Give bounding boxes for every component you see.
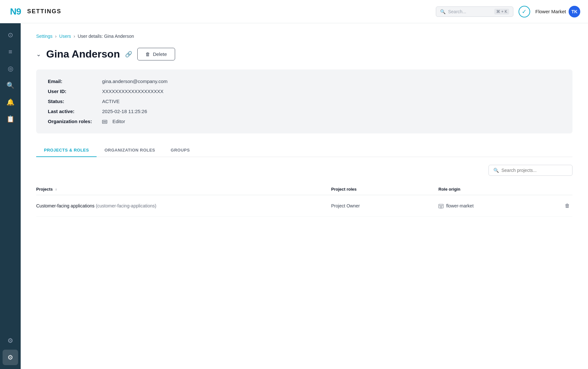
project-role-value: Project Owner — [331, 203, 360, 208]
global-search[interactable]: 🔍 Search... ⌘ + K — [436, 6, 513, 17]
search-shortcut: ⌘ + K — [494, 9, 509, 15]
gear-icon: ⚙ — [7, 337, 13, 344]
breadcrumb-settings[interactable]: Settings — [36, 34, 53, 39]
col-header-project-roles: Project roles — [331, 184, 438, 195]
email-row: Email: gina.anderson@company.com — [48, 79, 561, 84]
delete-label: Delete — [153, 51, 167, 57]
tabs: PROJECTS & ROLES ORGANIZATION ROLES GROU… — [36, 144, 572, 157]
row-action-cell: 🗑 — [546, 195, 572, 217]
search-placeholder-text: Search... — [448, 9, 492, 14]
trash-icon: 🗑 — [145, 51, 150, 57]
list-icon: ≡ — [8, 48, 12, 56]
project-name-cell: Customer-facing applications (customer-f… — [36, 195, 331, 217]
svg-rect-0 — [102, 120, 107, 123]
svg-rect-1 — [103, 121, 104, 122]
analytics-icon: ◎ — [8, 65, 13, 72]
search-icon: 🔍 — [440, 9, 446, 14]
main-content: Settings › Users › User details: Gina An… — [21, 23, 588, 369]
main-layout: ⊙ ≡ ◎ 🔍 🔔 📋 ⚙ ⚙ Settings › Users — [0, 23, 588, 369]
breadcrumb: Settings › Users › User details: Gina An… — [36, 34, 572, 39]
table-row: Customer-facing applications (customer-f… — [36, 195, 572, 217]
svg-rect-3 — [439, 204, 443, 208]
building-icon — [438, 203, 444, 208]
last-active-label: Last active: — [48, 109, 100, 114]
table-toolbar: 🔍 — [36, 165, 572, 176]
org-roles-row: Organization roles: Editor — [48, 119, 561, 124]
bell-icon: 🔔 — [6, 98, 15, 106]
svg-rect-5 — [442, 205, 443, 206]
last-active-value: 2025-02-18 11:25:26 — [102, 109, 147, 114]
search-icon-sidebar: 🔍 — [6, 81, 15, 89]
breadcrumb-sep-1: › — [55, 34, 57, 39]
tab-groups[interactable]: GROUPS — [163, 144, 197, 157]
email-value: gina.anderson@company.com — [102, 79, 168, 84]
svg-rect-4 — [440, 205, 441, 206]
user-id-label: User ID: — [48, 89, 100, 94]
project-search-icon: 🔍 — [493, 168, 499, 173]
project-search-input[interactable] — [501, 168, 568, 173]
sidebar-item-settings[interactable]: ⚙ — [3, 333, 18, 348]
org-role-icon — [102, 119, 109, 124]
app-title: SETTINGS — [27, 8, 61, 15]
status-check-icon[interactable]: ✓ — [519, 6, 530, 17]
tab-projects-roles[interactable]: PROJECTS & ROLES — [36, 144, 97, 157]
logo: N9 SETTINGS — [8, 4, 61, 19]
top-header: N9 SETTINGS 🔍 Search... ⌘ + K ✓ Flower M… — [0, 0, 588, 23]
logo-n: N — [10, 6, 16, 16]
user-info-card: Email: gina.anderson@company.com User ID… — [36, 69, 572, 133]
page-title: Gina Anderson — [46, 48, 120, 60]
email-label: Email: — [48, 79, 100, 84]
sidebar-item-documents[interactable]: 📋 — [3, 111, 18, 127]
logo-9: 9 — [16, 6, 21, 16]
document-icon: 📋 — [6, 115, 15, 123]
project-search[interactable]: 🔍 — [488, 165, 572, 176]
sidebar: ⊙ ≡ ◎ 🔍 🔔 📋 ⚙ ⚙ — [0, 23, 21, 369]
col-header-role-origin: Role origin — [438, 184, 546, 195]
gear-alt-icon: ⚙ — [7, 353, 13, 361]
org-roles-label: Organization roles: — [48, 119, 100, 124]
role-origin-value: flower-market — [446, 203, 474, 208]
last-active-row: Last active: 2025-02-18 11:25:26 — [48, 109, 561, 114]
org-roles-value: Editor — [112, 119, 125, 124]
org-selector[interactable]: Flower Market TK — [535, 6, 580, 17]
org-name: Flower Market — [535, 9, 566, 14]
sidebar-item-analytics[interactable]: ◎ — [3, 61, 18, 76]
tab-org-roles[interactable]: ORGANIZATION ROLES — [97, 144, 163, 157]
breadcrumb-users[interactable]: Users — [59, 34, 71, 39]
svg-rect-6 — [440, 206, 442, 208]
sidebar-item-list[interactable]: ≡ — [3, 44, 18, 59]
link-icon[interactable]: 🔗 — [125, 51, 132, 58]
sort-arrow: ↑ — [55, 187, 57, 191]
user-id-value: XXXXXXXXXXXXXXXXXXX — [102, 89, 163, 94]
avatar[interactable]: TK — [569, 6, 580, 17]
svg-rect-2 — [105, 121, 106, 122]
user-id-row: User ID: XXXXXXXXXXXXXXXXXXX — [48, 89, 561, 94]
logo-mark: N9 — [8, 4, 23, 19]
sidebar-item-settings-alt[interactable]: ⚙ — [3, 350, 18, 365]
page-header: ⌄ Gina Anderson 🔗 🗑 Delete — [36, 48, 572, 60]
breadcrumb-sep-2: › — [74, 34, 75, 39]
delete-button[interactable]: 🗑 Delete — [137, 48, 175, 60]
col-header-projects[interactable]: Projects ↑ — [36, 184, 331, 195]
breadcrumb-current: User details: Gina Anderson — [78, 34, 134, 39]
project-id-parens: (customer-facing-applications) — [96, 203, 156, 208]
dashboard-icon: ⊙ — [8, 31, 13, 39]
status-label: Status: — [48, 99, 100, 104]
sidebar-item-dashboard[interactable]: ⊙ — [3, 27, 18, 43]
sidebar-item-notifications[interactable]: 🔔 — [3, 94, 18, 110]
project-name: Customer-facing applications — [36, 203, 95, 208]
delete-row-button[interactable]: 🗑 — [562, 202, 572, 210]
status-value: ACTIVE — [102, 99, 120, 104]
collapse-button[interactable]: ⌄ — [36, 51, 41, 58]
status-row: Status: ACTIVE — [48, 99, 561, 104]
col-header-action — [546, 184, 572, 195]
projects-table: Projects ↑ Project roles Role origin Cus… — [36, 184, 572, 217]
logo-text: N9 — [10, 6, 21, 17]
project-role-cell: Project Owner — [331, 195, 438, 217]
sidebar-item-search[interactable]: 🔍 — [3, 78, 18, 93]
role-origin-cell: flower-market — [438, 195, 546, 217]
